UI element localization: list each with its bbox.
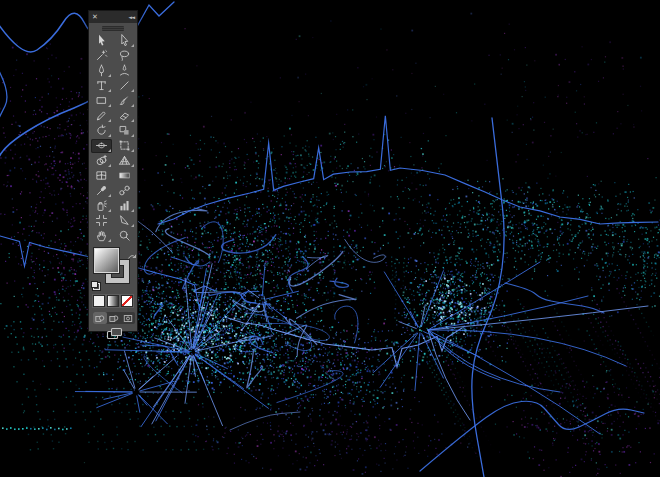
flyout-indicator: [131, 149, 134, 152]
flyout-indicator: [131, 44, 134, 47]
swap-fill-stroke-icon[interactable]: [127, 246, 137, 265]
curvature-tool[interactable]: [114, 64, 135, 78]
flyout-indicator: [108, 149, 111, 152]
flyout-indicator: [108, 74, 111, 77]
flyout-indicator: [108, 134, 111, 137]
type-tool[interactable]: [91, 79, 112, 93]
selection-tool[interactable]: [91, 34, 112, 48]
panel-grip[interactable]: [89, 23, 137, 33]
close-icon[interactable]: ✕: [92, 14, 98, 21]
tools-panel[interactable]: ✕ ◄◄: [88, 10, 138, 332]
fill-swatch[interactable]: [94, 248, 119, 273]
hand-tool[interactable]: [91, 229, 112, 243]
free-transform-tool[interactable]: [114, 139, 135, 153]
eraser-tool[interactable]: [114, 109, 135, 123]
none-button[interactable]: [121, 295, 133, 307]
draw-inside-mode[interactable]: [121, 312, 135, 324]
lasso-tool[interactable]: [114, 49, 135, 63]
mesh-tool[interactable]: [91, 169, 112, 183]
collapse-panel-icon[interactable]: ◄◄: [128, 15, 134, 20]
draw-normal-mode[interactable]: [93, 312, 107, 324]
flyout-indicator: [131, 104, 134, 107]
width-tool[interactable]: [91, 139, 112, 153]
paintbrush-tool[interactable]: [114, 94, 135, 108]
perspective-grid-tool[interactable]: [114, 154, 135, 168]
screen-mode-button[interactable]: [106, 326, 123, 345]
pencil-tool[interactable]: [91, 109, 112, 123]
flyout-indicator: [131, 134, 134, 137]
flyout-indicator: [108, 164, 111, 167]
flyout-indicator: [108, 89, 111, 92]
gradient-tool[interactable]: [114, 169, 135, 183]
shape-builder-tool[interactable]: [91, 154, 112, 168]
scale-tool[interactable]: [114, 124, 135, 138]
color-button[interactable]: [93, 295, 105, 307]
eyedropper-tool[interactable]: [91, 184, 112, 198]
gradient-button[interactable]: [107, 295, 119, 307]
screen-mode-row: [89, 326, 139, 345]
flyout-indicator: [131, 164, 134, 167]
fill-stroke-control: [89, 245, 139, 293]
rectangle-tool[interactable]: [91, 94, 112, 108]
tools-panel-titlebar[interactable]: ✕ ◄◄: [89, 11, 137, 23]
flyout-indicator: [131, 224, 134, 227]
illustrator-workspace: ✕ ◄◄: [0, 0, 660, 477]
flyout-indicator: [131, 89, 134, 92]
flyout-indicator: [108, 194, 111, 197]
symbol-sprayer-tool[interactable]: [91, 199, 112, 213]
line-segment-tool[interactable]: [114, 79, 135, 93]
direct-selection-tool[interactable]: [114, 34, 135, 48]
grip-texture: [102, 26, 124, 31]
flyout-indicator: [131, 209, 134, 212]
magic-wand-tool[interactable]: [91, 49, 112, 63]
appearance-buttons: [93, 295, 133, 307]
flyout-indicator: [108, 209, 111, 212]
flyout-indicator: [108, 104, 111, 107]
flyout-indicator: [108, 119, 111, 122]
default-fill-stroke-icon[interactable]: [91, 281, 100, 290]
tool-grid: [90, 33, 137, 243]
flyout-indicator: [131, 119, 134, 122]
blend-tool[interactable]: [114, 184, 135, 198]
artboard-tool[interactable]: [91, 214, 112, 228]
column-graph-tool[interactable]: [114, 199, 135, 213]
slice-tool[interactable]: [114, 214, 135, 228]
flyout-indicator: [108, 239, 111, 242]
pen-tool[interactable]: [91, 64, 112, 78]
zoom-tool[interactable]: [114, 229, 135, 243]
draw-behind-mode[interactable]: [107, 312, 121, 324]
drawing-modes: [93, 312, 135, 324]
rotate-tool[interactable]: [91, 124, 112, 138]
